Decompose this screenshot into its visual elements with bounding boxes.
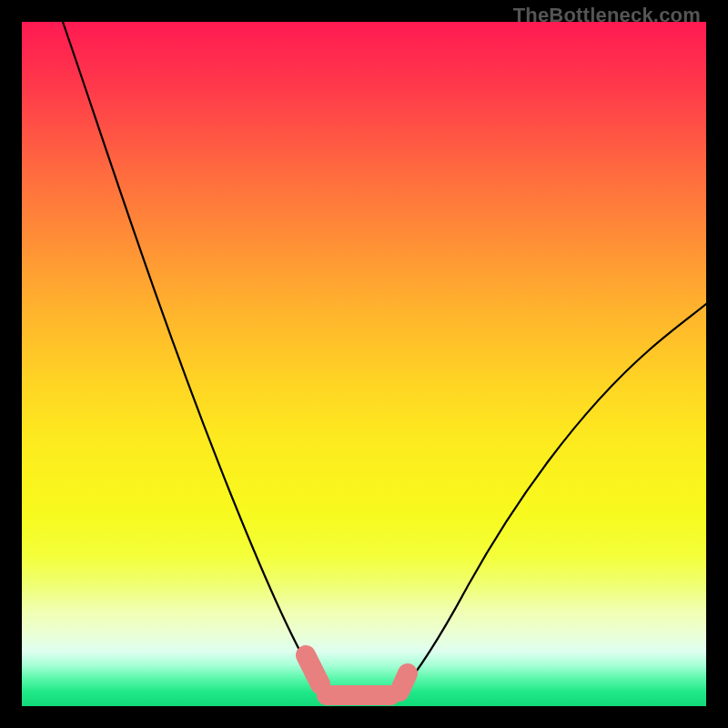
left-curve [63, 22, 327, 693]
worm-marker [306, 655, 408, 695]
right-curve [399, 304, 706, 693]
chart-overlay [22, 22, 706, 706]
